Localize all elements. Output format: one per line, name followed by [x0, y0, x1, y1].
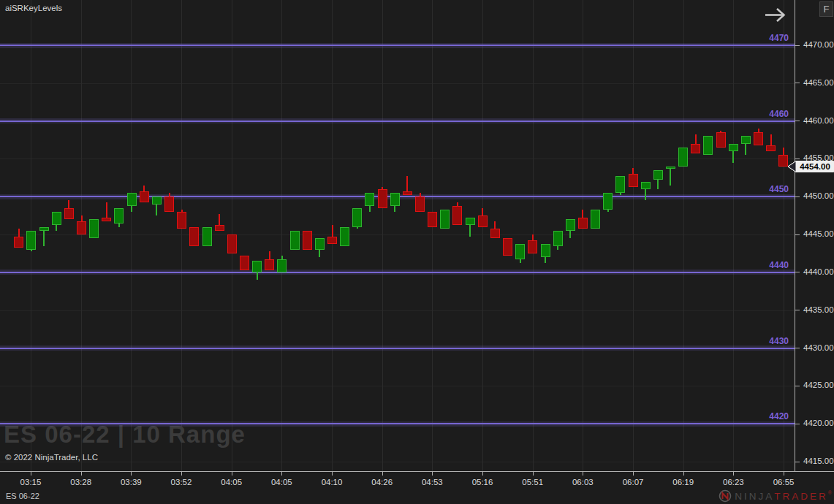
price-axis-label: 4470.00 — [803, 40, 834, 49]
horizontal-gridline — [0, 386, 795, 386]
time-axis-tick — [733, 472, 734, 476]
candle-body — [177, 212, 186, 229]
time-axis-label: 04:53 — [416, 478, 448, 486]
candle-body — [152, 196, 162, 204]
time-axis-tick — [81, 472, 82, 476]
candle-body — [428, 212, 437, 227]
scroll-right-arrow-icon[interactable] — [763, 5, 788, 25]
time-axis-label: 06:55 — [767, 478, 800, 486]
price-axis-tick — [795, 348, 800, 348]
price-axis-tick — [795, 159, 800, 159]
time-axis-tick — [131, 472, 132, 476]
time-axis-label: 06:07 — [617, 478, 649, 486]
time-axis-label: 06:19 — [667, 478, 700, 486]
candle-body — [490, 229, 500, 238]
logo-text-trader: TRADER — [774, 491, 828, 502]
time-axis-tick — [432, 472, 433, 476]
time-axis-tick — [482, 472, 483, 476]
price-axis[interactable]: 4470.004465.004460.004455.004450.004445.… — [795, 0, 834, 471]
f-key-button[interactable]: F — [819, 1, 833, 17]
candle-body — [466, 218, 475, 225]
candle-body — [729, 144, 738, 151]
candle-body — [741, 136, 751, 143]
candle-body — [403, 191, 412, 195]
price-axis-tick — [795, 462, 800, 462]
key-level-line — [0, 348, 795, 349]
key-level-line — [0, 272, 795, 273]
vertical-gridline — [181, 0, 182, 471]
candle-body — [352, 208, 362, 227]
vertical-gridline — [482, 0, 483, 471]
price-axis-label: 4450.00 — [803, 191, 834, 200]
copyright-text: © 2022 NinjaTrader, LLC — [5, 453, 98, 462]
price-axis-tick — [795, 234, 800, 235]
time-axis-tick — [533, 472, 534, 476]
chart-window: aiSRKeyLevels ES 06-22 | 10 Range © 2022… — [0, 0, 834, 504]
vertical-gridline — [733, 0, 734, 471]
vertical-gridline — [81, 0, 82, 471]
key-level-label: 4440 — [769, 260, 789, 270]
svg-text:4454.00: 4454.00 — [800, 162, 830, 171]
candle-body — [127, 193, 137, 206]
price-axis-label: 4430.00 — [803, 343, 834, 352]
price-axis-tick — [795, 424, 800, 424]
price-axis-label: 4460.00 — [803, 116, 834, 125]
candle-body — [290, 231, 300, 250]
tab-es-06-22[interactable]: ES 06-22 — [6, 492, 39, 500]
candle-body — [754, 132, 763, 145]
candle-body — [64, 208, 74, 220]
current-price-tag: 4454.00 — [787, 160, 834, 176]
price-axis-label: 4445.00 — [803, 229, 834, 238]
vertical-gridline — [382, 0, 383, 471]
candle-body — [678, 148, 688, 167]
time-axis-tick — [784, 472, 784, 476]
candle-body — [365, 193, 374, 206]
price-axis-tick — [795, 196, 800, 197]
horizontal-gridline — [0, 159, 795, 159]
logo-registered-mark: ® — [828, 490, 832, 495]
time-axis-label: 04:05 — [216, 478, 248, 486]
candle-body — [703, 136, 713, 155]
indicator-label: aiSRKeyLevels — [5, 4, 62, 12]
candle-body — [202, 227, 212, 246]
candle-body — [478, 215, 488, 227]
time-axis-tick — [31, 472, 31, 476]
key-level-label: 4450 — [769, 184, 789, 194]
price-axis-tick — [795, 83, 800, 83]
candle-body — [452, 206, 462, 225]
time-axis-label: 03:52 — [165, 478, 197, 486]
time-axis-label: 03:15 — [15, 478, 47, 486]
candle-body — [378, 189, 387, 208]
price-axis-label: 4440.00 — [803, 267, 834, 276]
time-axis-tick — [633, 472, 634, 476]
candle-wick — [670, 167, 671, 186]
vertical-gridline — [432, 0, 433, 471]
candle-body — [691, 144, 700, 153]
candle-body — [541, 244, 550, 257]
vertical-gridline — [131, 0, 132, 471]
time-axis-label: 03:39 — [115, 478, 147, 486]
key-level-label: 4460 — [769, 109, 789, 119]
time-axis-label: 06:03 — [566, 478, 599, 486]
candle-body — [240, 256, 249, 271]
price-axis-label: 4435.00 — [803, 305, 834, 314]
candle-body — [303, 231, 312, 250]
time-axis-label: 04:05 — [265, 478, 297, 486]
vertical-gridline — [683, 0, 684, 471]
candle-body — [440, 210, 450, 229]
candle-body — [277, 259, 287, 272]
candle-body — [114, 208, 124, 224]
price-chart-plot[interactable]: aiSRKeyLevels ES 06-22 | 10 Range © 2022… — [0, 0, 795, 471]
time-axis-label: 05:16 — [466, 478, 498, 486]
ninjatrader-logo: NINJATRADER® — [719, 489, 832, 503]
time-axis-tick — [181, 472, 182, 476]
price-axis-tick — [795, 310, 800, 310]
key-level-label: 4470 — [769, 33, 789, 43]
candle-body — [766, 145, 776, 151]
candle-body — [89, 219, 99, 238]
time-axis[interactable]: 03:1503:2803:3903:5204:0504:0504:1004:26… — [0, 471, 834, 489]
vertical-gridline — [281, 0, 282, 471]
candle-body — [39, 227, 49, 231]
key-level-line — [0, 121, 795, 122]
time-axis-label: 06:23 — [717, 478, 749, 486]
